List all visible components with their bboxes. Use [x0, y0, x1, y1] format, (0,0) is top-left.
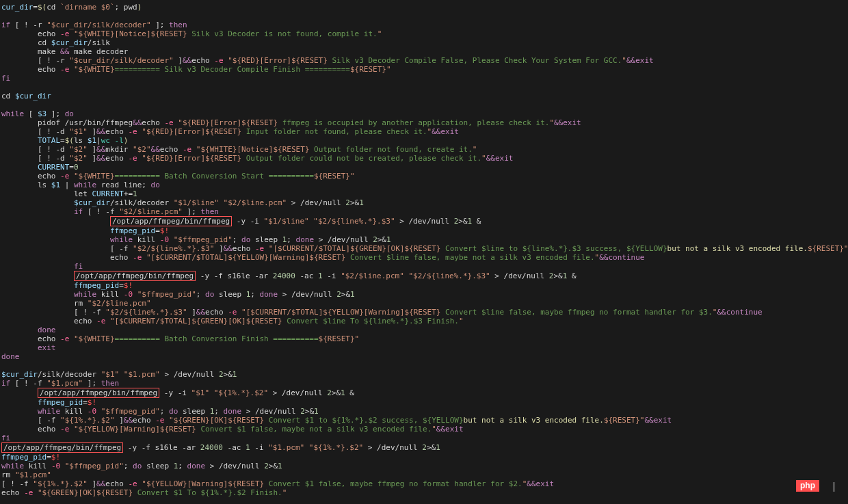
- php-badge: php: [796, 480, 819, 492]
- code-line[interactable]: done: [1, 352, 847, 361]
- code-line[interactable]: [1, 361, 847, 370]
- code-line[interactable]: done: [1, 326, 847, 334]
- code-line[interactable]: /opt/app/ffmpeg/bin/ffmpeg -y -f s16le -…: [1, 442, 847, 453]
- code-line[interactable]: ffmpeg_pid=$!: [1, 398, 847, 407]
- code-line[interactable]: [ ! -f "${1%.*}.$2" ]&&echo -e "${YELLOW…: [1, 479, 847, 488]
- code-line[interactable]: [ -f "${1%.*}.$2" ]&&echo -e "${GREEN}[O…: [1, 416, 847, 425]
- code-line[interactable]: TOTAL=$(ls $1|wc -l): [1, 136, 847, 145]
- code-line[interactable]: [ ! -r "$cur_dir/silk/decoder" ]&&echo -…: [1, 56, 847, 65]
- code-line[interactable]: echo -e "${GREEN}[OK]${RESET} Convert $1…: [1, 488, 847, 497]
- code-line[interactable]: while kill -0 "$ffmpeg_pid"; do sleep 1;…: [1, 462, 847, 470]
- code-line[interactable]: fi: [1, 434, 847, 442]
- code-line[interactable]: echo -e "${WHITE}========== Batch Conver…: [1, 334, 847, 343]
- code-line[interactable]: if [ ! -f "$1.pcm" ]; then: [1, 379, 847, 388]
- code-line[interactable]: echo -e "[$CURRENT/$TOTAL]${GREEN}[OK]${…: [1, 317, 847, 326]
- code-line[interactable]: [ ! -d "$2" ]&&echo -e "${RED}[Error]${R…: [1, 154, 847, 163]
- code-line[interactable]: while [ $3 ]; do: [1, 109, 847, 118]
- code-line[interactable]: pidof /usr/bin/ffmpeg&&echo -e "${RED}[E…: [1, 118, 847, 127]
- code-line[interactable]: ffmpeg_pid=$!: [1, 453, 847, 462]
- code-line[interactable]: [ -f "$2/${line%.*}.$3" ]&&echo -e "[$CU…: [1, 244, 847, 253]
- code-line[interactable]: if [ ! -f "$2/$line.pcm" ]; then: [1, 207, 847, 216]
- code-line[interactable]: echo -e "${YELLOW}[Warning]${RESET} Conv…: [1, 425, 847, 434]
- code-line[interactable]: echo -e "${WHITE}========== Batch Conver…: [1, 172, 847, 181]
- code-line[interactable]: ffmpeg_pid=$!: [1, 226, 847, 235]
- code-line[interactable]: $cur_dir/silk/decoder "$1/$line" "$2/$li…: [1, 198, 847, 207]
- code-line[interactable]: while kill -0 "$ffmpeg_pid"; do sleep 1;…: [1, 407, 847, 416]
- code-line[interactable]: [ ! -d "$2" ]&&mkdir "$2"&&echo -e "${WH…: [1, 145, 847, 154]
- code-line[interactable]: let CURRENT+=1: [1, 189, 847, 198]
- code-line[interactable]: [ ! -d "$1" ]&&echo -e "${RED}[Error]${R…: [1, 127, 847, 136]
- code-line[interactable]: fi: [1, 74, 847, 83]
- code-line[interactable]: CURRENT=0: [1, 163, 847, 172]
- code-line[interactable]: [1, 101, 847, 109]
- code-line[interactable]: cur_dir=$(cd `dirname $0`; pwd): [1, 3, 847, 12]
- code-line[interactable]: exit: [1, 343, 847, 352]
- code-line[interactable]: /opt/app/ffmpeg/bin/ffmpeg -y -f s16le -…: [1, 271, 847, 281]
- code-line[interactable]: while kill -0 "$ffmpeg_pid"; do sleep 1;…: [1, 235, 847, 244]
- code-line[interactable]: [ ! -f "$2/${line%.*}.$3" ]&&echo -e "[$…: [1, 308, 847, 317]
- code-line[interactable]: $cur_dir/silk/decoder "$1" "$1.pcm" > /d…: [1, 370, 847, 379]
- code-line[interactable]: ffmpeg_pid=$!: [1, 281, 847, 290]
- code-line[interactable]: if [ ! -r "$cur_dir/silk/decoder" ]; the…: [1, 21, 847, 29]
- code-line[interactable]: cd $cur_dir/silk: [1, 38, 847, 47]
- code-line[interactable]: [1, 12, 847, 21]
- code-line[interactable]: cd $cur_dir: [1, 92, 847, 101]
- code-line[interactable]: /opt/app/ffmpeg/bin/ffmpeg -y -i "$1/$li…: [1, 216, 847, 226]
- code-editor[interactable]: cur_dir=$(cd `dirname $0`; pwd) if [ ! -…: [0, 0, 848, 500]
- text-cursor: [834, 482, 834, 492]
- code-line[interactable]: echo -e "[$CURRENT/$TOTAL]${YELLOW}[Warn…: [1, 253, 847, 262]
- code-line[interactable]: ls $1 | while read line; do: [1, 181, 847, 189]
- code-line[interactable]: while kill -0 "$ffmpeg_pid"; do sleep 1;…: [1, 290, 847, 299]
- code-line[interactable]: rm "$1.pcm": [1, 470, 847, 479]
- code-line[interactable]: echo -e "${WHITE}========== Silk v3 Deco…: [1, 65, 847, 74]
- code-line[interactable]: make && make decoder: [1, 47, 847, 56]
- code-line[interactable]: /opt/app/ffmpeg/bin/ffmpeg -y -i "$1" "$…: [1, 388, 847, 398]
- code-line[interactable]: echo -e "${WHITE}[Notice]${RESET} Silk v…: [1, 29, 847, 38]
- code-line[interactable]: fi: [1, 262, 847, 271]
- code-line[interactable]: [1, 83, 847, 92]
- code-line[interactable]: rm "$2/$line.pcm": [1, 299, 847, 308]
